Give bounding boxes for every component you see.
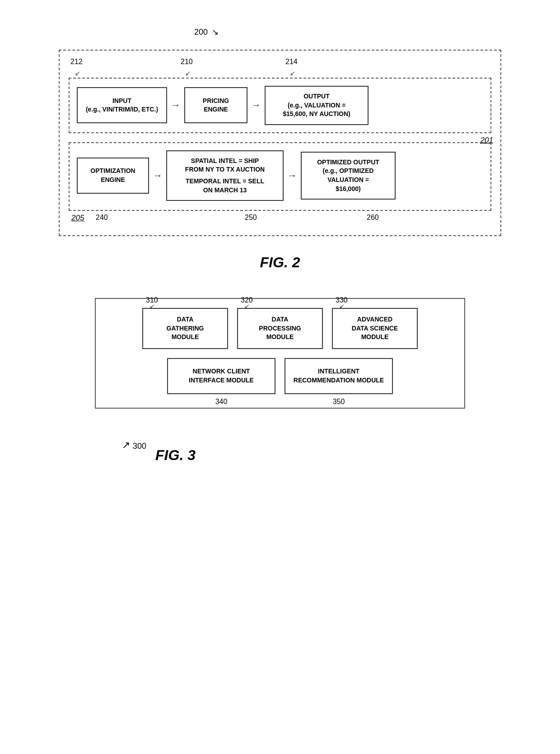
ref-210: 210 <box>181 58 193 66</box>
advanced-data-science-box: ADVANCED DATA SCIENCE MODULE <box>332 308 418 349</box>
fig3-outer-box: 310 ↙ DATA GATHERING MODULE 320 ↙ <box>95 298 465 409</box>
fig3-bottom-row: NETWORK CLIENT INTERFACE MODULE 340 INTE… <box>105 358 455 394</box>
data-processing-box: DATA PROCESSING MODULE <box>237 308 323 349</box>
fig3-340-wrapper: NETWORK CLIENT INTERFACE MODULE 340 <box>167 358 275 394</box>
ref-300-label: ↗ 300 <box>122 439 146 451</box>
fig3-title: FIG. 3 <box>155 447 196 464</box>
output-box: OUTPUT (e.g., VALUATION = $15,600, NY AU… <box>265 86 369 125</box>
arrow-214: ↙ <box>290 70 295 77</box>
network-client-box: NETWORK CLIENT INTERFACE MODULE <box>167 358 275 394</box>
data-gathering-box: DATA GATHERING MODULE <box>142 308 228 349</box>
fig3-section: 310 ↙ DATA GATHERING MODULE 320 ↙ <box>27 298 533 464</box>
optimized-output-box: OPTIMIZED OUTPUT (e.g., OPTIMIZED VALUAT… <box>301 152 396 200</box>
arrow-opteng-intel: → <box>149 170 166 182</box>
pricing-engine-box: PRICING ENGINE <box>184 87 247 123</box>
intelligent-recommendation-box: INTELLIGENT RECOMMENDATION MODULE <box>285 358 393 394</box>
fig2-lower-box: OPTIMIZATION ENGINE → SPATIAL INTEL = SH… <box>69 142 491 211</box>
fig2-upper-box: INPUT (e.g., VIN/TRIM/ID, ETC.) → PRICIN… <box>69 78 491 133</box>
ref-212: 212 <box>70 58 83 66</box>
intel-box: SPATIAL INTEL = SHIP FROM NY TO TX AUCTI… <box>166 150 284 201</box>
fig2-title: FIG. 2 <box>260 254 300 271</box>
fig3-330-wrapper: 330 ↙ ADVANCED DATA SCIENCE MODULE <box>332 308 418 349</box>
fig3-350-wrapper: INTELLIGENT RECOMMENDATION MODULE 350 <box>285 358 393 394</box>
arrow-pricing-output: → <box>247 99 265 111</box>
fig3-top-row: 310 ↙ DATA GATHERING MODULE 320 ↙ <box>105 308 455 349</box>
ref-260: 260 <box>367 214 379 222</box>
arrow-intel-optout: → <box>284 170 301 182</box>
fig2-outer-box: 212 210 214 ↙ ↙ ↙ INPUT (e.g., VIN/TRIM/… <box>59 50 501 236</box>
ref-250: 250 <box>245 214 257 222</box>
input-box: INPUT (e.g., VIN/TRIM/ID, ETC.) <box>77 87 167 123</box>
ref-214: 214 <box>285 58 298 66</box>
ref-340: 340 <box>215 398 228 406</box>
arrow-210: ↙ <box>185 70 191 77</box>
ref-200-label: 200 ↘ <box>194 27 219 37</box>
ref-350: 350 <box>333 398 345 406</box>
ref-240: 240 <box>96 214 108 222</box>
optimization-engine-box: OPTIMIZATION ENGINE <box>77 158 149 194</box>
fig3-320-wrapper: 320 ↙ DATA PROCESSING MODULE <box>237 308 323 349</box>
fig2-section: 200 ↘ 212 210 214 ↙ ↙ ↙ <box>27 27 533 284</box>
arrow-input-pricing: → <box>167 99 184 111</box>
arrow-212: ↙ <box>75 70 80 77</box>
fig3-310-wrapper: 310 ↙ DATA GATHERING MODULE <box>142 308 228 349</box>
